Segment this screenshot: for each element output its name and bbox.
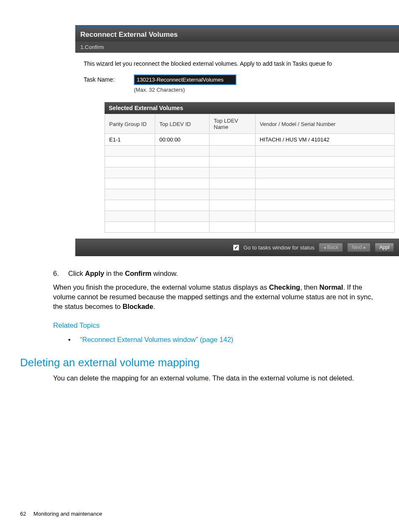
table-row	[105, 200, 395, 211]
footer-chapter: Monitoring and maintenance	[33, 511, 102, 517]
step-instruction: Click Apply in the Confirm window.	[68, 269, 178, 278]
table-row	[105, 211, 395, 222]
col-top-ldev-id: Top LDEV ID	[155, 114, 210, 134]
wizard-title: Reconnect External Volumes	[75, 26, 399, 41]
cell-parity-group-id: E1-1	[105, 134, 155, 146]
section-heading: Deleting an external volume mapping	[20, 356, 399, 369]
page-number: 62	[20, 511, 26, 517]
next-button[interactable]: Next ▸	[347, 243, 371, 252]
selected-volumes-table: Parity Group ID Top LDEV ID Top LDEV Nam…	[105, 114, 395, 233]
apply-button[interactable]: Appl	[375, 243, 394, 252]
table-row[interactable]: E1-1 00:00:00 HITACHI / HUS VM / 410142	[105, 134, 395, 146]
table-row	[105, 157, 395, 167]
table-row	[105, 222, 395, 233]
col-parity-group-id: Parity Group ID	[105, 114, 155, 134]
cell-top-ldev-id: 00:00:00	[155, 134, 210, 146]
table-row	[105, 167, 395, 178]
related-topics-heading: Related Topics	[53, 321, 374, 331]
bullet-icon: •	[68, 335, 80, 344]
related-link[interactable]: “Reconnect External Volumes window” (pag…	[80, 335, 233, 344]
back-button[interactable]: ◂ Back	[319, 243, 343, 252]
go-to-tasks-checkbox[interactable]: ✓	[233, 244, 239, 251]
task-name-label: Task Name:	[84, 75, 134, 83]
col-vendor-model-serial: Vendor / Model / Serial Number	[256, 114, 395, 134]
cell-top-ldev-name	[210, 134, 256, 146]
result-paragraph: When you finish the procedure, the exter…	[53, 283, 374, 311]
task-name-hint: (Max. 32 Characters)	[134, 87, 236, 93]
wizard-window: Reconnect External Volumes 1.Confirm Thi…	[75, 25, 399, 256]
go-to-tasks-label: Go to tasks window for status	[243, 244, 315, 251]
page-footer: 62 Monitoring and maintenance	[20, 511, 102, 517]
wizard-description: This wizard let you reconnect the blocke…	[84, 60, 395, 67]
section-paragraph: You can delete the mapping for an extern…	[53, 373, 374, 383]
table-title: Selected External Volumes	[105, 102, 395, 114]
table-row	[105, 146, 395, 157]
col-top-ldev-name: Top LDEV Name	[210, 114, 256, 134]
cell-vendor-model-serial: HITACHI / HUS VM / 410142	[256, 134, 395, 146]
task-name-input[interactable]	[134, 75, 236, 85]
table-row	[105, 189, 395, 200]
wizard-step: 1.Confirm	[75, 41, 399, 53]
step-number: 6.	[53, 269, 68, 278]
table-row	[105, 178, 395, 189]
